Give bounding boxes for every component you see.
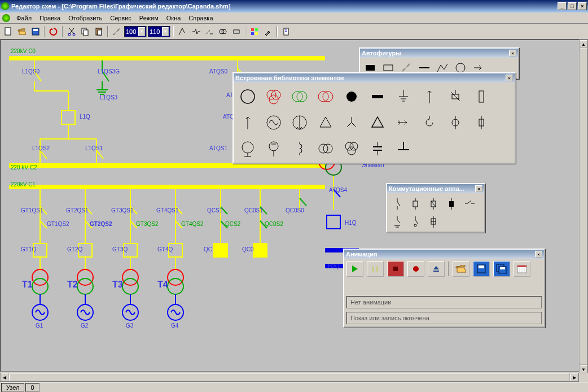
horizontal-scrollbar[interactable]: ◀ ▶ xyxy=(0,373,579,382)
close-icon[interactable]: × xyxy=(535,251,542,258)
sw-contactor[interactable] xyxy=(462,195,477,211)
tool-a[interactable] xyxy=(176,25,188,38)
tool-eyedrop[interactable] xyxy=(262,25,274,38)
sw-disconnector[interactable] xyxy=(389,195,405,211)
minimize-button[interactable]: _ xyxy=(558,2,567,10)
sw-breaker2[interactable] xyxy=(425,195,441,211)
lib-bar[interactable] xyxy=(366,85,389,108)
lib-star[interactable] xyxy=(340,111,363,134)
scroll-up-icon[interactable]: ▲ xyxy=(580,40,587,48)
calendar-button[interactable] xyxy=(514,261,530,277)
svg-line-128 xyxy=(347,123,352,127)
new-button[interactable] xyxy=(2,25,15,38)
save-button[interactable] xyxy=(29,25,42,38)
lib-load[interactable] xyxy=(288,111,311,134)
palette-animation[interactable]: Анимация × Нет анимации Показ или запись… xyxy=(343,249,545,328)
lib-ground[interactable] xyxy=(392,85,415,108)
lib-earth-circ[interactable] xyxy=(236,137,260,160)
paste-button[interactable] xyxy=(93,25,105,38)
lib-arrow-up[interactable] xyxy=(418,85,441,108)
lib-trans2-red[interactable] xyxy=(314,85,337,108)
palette-animation-title[interactable]: Анимация × xyxy=(344,250,544,259)
zoom-combo-1[interactable]: 100▼ xyxy=(124,26,147,37)
scroll-right-icon[interactable]: ▶ xyxy=(571,373,578,381)
palette-switchgear-title[interactable]: Коммутационные аппа... × xyxy=(387,184,484,193)
tool-trans[interactable] xyxy=(217,25,229,38)
open-folder-button[interactable] xyxy=(453,261,469,277)
lib-trans3-red[interactable] xyxy=(262,85,286,108)
palette-library-title[interactable]: Встроенная библиотека элементов × xyxy=(234,73,515,82)
lib-delta2[interactable] xyxy=(366,111,389,134)
sw-breaker1[interactable] xyxy=(407,195,423,211)
zoom-combo-2[interactable]: 110▼ xyxy=(148,26,170,37)
tool-b[interactable] xyxy=(190,25,202,38)
label-g3: G3 xyxy=(126,323,133,329)
svg-rect-8 xyxy=(98,30,102,35)
lib-trans2[interactable] xyxy=(314,137,337,160)
sw-load[interactable] xyxy=(407,214,423,229)
svg-point-173 xyxy=(414,224,416,227)
close-icon[interactable]: × xyxy=(506,75,513,81)
menu-mode[interactable]: Режим xyxy=(135,14,163,23)
label-qc0s1: QC0S1 xyxy=(244,207,263,214)
record-button[interactable] xyxy=(407,261,424,277)
lib-trans2-green[interactable] xyxy=(288,85,311,108)
close-button[interactable]: × xyxy=(578,2,587,10)
lib-dot[interactable] xyxy=(340,85,363,108)
pause-button[interactable] xyxy=(367,261,384,277)
eject-button[interactable] xyxy=(428,261,445,277)
menu-view[interactable]: Отобразить xyxy=(64,14,106,23)
lib-delta[interactable] xyxy=(314,111,337,134)
lib-coil[interactable] xyxy=(288,137,311,160)
close-icon[interactable]: × xyxy=(509,50,516,56)
scroll-down-icon[interactable]: ▼ xyxy=(580,365,587,373)
save-anim-button[interactable] xyxy=(473,261,490,277)
lib-reactor[interactable] xyxy=(418,111,441,134)
lib-pt[interactable] xyxy=(262,137,286,160)
scroll-left-icon[interactable]: ◀ xyxy=(1,373,8,381)
svg-rect-183 xyxy=(479,265,484,268)
label-gt1qs2: GT1QS2 xyxy=(47,221,69,227)
menu-edit[interactable]: Правка xyxy=(36,14,64,23)
copy-button[interactable] xyxy=(79,25,91,38)
scroll-thumb[interactable] xyxy=(580,49,587,365)
lib-ct[interactable] xyxy=(444,111,467,134)
lib-fuse[interactable] xyxy=(469,111,493,134)
lib-rect-vert[interactable] xyxy=(469,85,493,108)
lib-trans3[interactable] xyxy=(340,137,363,160)
play-button[interactable] xyxy=(346,261,363,277)
lib-gnd2[interactable] xyxy=(392,137,415,160)
lib-arrow-up2[interactable] xyxy=(236,111,260,134)
cut-button[interactable] xyxy=(65,25,78,38)
tool-switch[interactable] xyxy=(203,25,216,38)
scroll-thumb[interactable] xyxy=(9,373,570,381)
refresh-button[interactable] xyxy=(47,25,60,38)
lib-cap-sw[interactable] xyxy=(444,85,467,108)
lib-cap[interactable] xyxy=(366,137,389,160)
tool-element[interactable] xyxy=(230,25,243,38)
lib-circle[interactable] xyxy=(236,85,260,108)
sw-breaker3[interactable] xyxy=(444,195,459,211)
svg-point-180 xyxy=(413,266,419,272)
stop-button[interactable] xyxy=(387,261,404,277)
vertical-scrollbar[interactable]: ▲ ▼ xyxy=(579,40,588,373)
lib-gen[interactable] xyxy=(262,111,286,134)
palette-switchgear[interactable]: Коммутационные аппа... × xyxy=(386,183,485,233)
open-button[interactable] xyxy=(16,25,28,38)
menu-help[interactable]: Справка xyxy=(185,14,217,23)
maximize-button[interactable]: □ xyxy=(568,2,577,10)
menu-file[interactable]: Файл xyxy=(12,14,36,23)
close-icon[interactable]: × xyxy=(475,185,482,192)
sw-drawer[interactable] xyxy=(425,214,441,229)
palette-library[interactable]: Встроенная библиотека элементов × xyxy=(232,72,516,164)
menu-service[interactable]: Сервис xyxy=(106,14,135,23)
lib-arrows[interactable] xyxy=(392,111,415,134)
svg-point-83 xyxy=(77,269,93,285)
tool-doc[interactable] xyxy=(280,25,292,38)
palette-autoshapes-title[interactable]: Автофигуры × xyxy=(360,49,518,58)
tool-palette[interactable] xyxy=(248,25,261,38)
line-tool-button[interactable] xyxy=(111,25,123,38)
menu-windows[interactable]: Окна xyxy=(163,14,185,23)
sw-ground[interactable] xyxy=(389,214,405,229)
save-all-button[interactable] xyxy=(493,261,510,277)
